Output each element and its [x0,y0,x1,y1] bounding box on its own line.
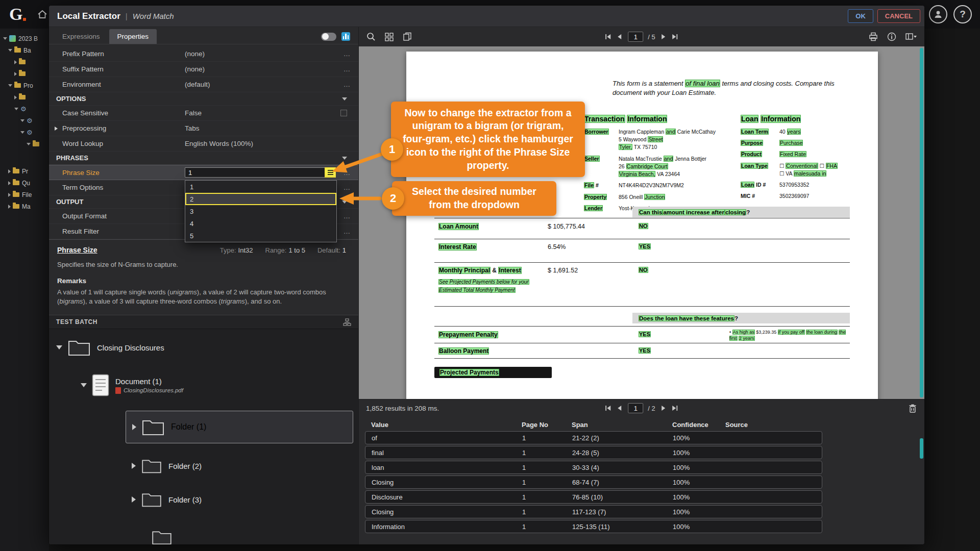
result-row[interactable]: Information1125-135 (11)100% [365,520,822,533]
help-icon[interactable]: ? [953,5,972,23]
toggle-icon[interactable] [321,33,336,41]
phrase-size-input[interactable]: 1 [185,167,336,178]
expander-icon[interactable] [14,72,17,76]
delete-results-icon[interactable] [908,404,917,413]
expander-icon[interactable] [8,49,12,52]
expander-icon[interactable] [132,424,136,430]
property-row-prefix-pattern[interactable]: Prefix Pattern (none) … [49,46,358,62]
tree-item[interactable] [0,115,49,127]
tree-item[interactable]: Pr [0,165,49,177]
batch-folder-item-partial[interactable] [151,525,358,544]
section-phrases[interactable]: PHRASES [49,152,358,165]
dropdown-option-5[interactable]: 5 [185,230,336,242]
dropdown-option-3[interactable]: 3 [185,205,336,217]
ellipsis-button[interactable]: … [336,50,358,58]
property-row-case-sensitive[interactable]: Case Sensitive False [49,106,358,121]
tree-item[interactable]: Ma [0,201,49,212]
first-page-icon[interactable] [604,33,611,40]
batch-root-item[interactable]: Closing Disclosures [56,336,358,359]
diagnostics-icon[interactable] [341,32,350,41]
result-row[interactable]: Closing168-74 (7)100% [365,475,822,489]
batch-hierarchy-icon[interactable] [343,318,351,326]
result-row[interactable]: of121-22 (2)100% [365,431,822,444]
expander-icon[interactable] [8,169,11,173]
expander-icon[interactable] [14,108,18,110]
tree-item[interactable] [0,138,49,150]
tree-item[interactable] [0,56,49,68]
first-page-icon[interactable] [604,405,611,412]
viewer-scrollbar[interactable] [920,48,923,397]
tree-item[interactable]: Qu [0,177,49,189]
expander-icon[interactable] [27,143,31,145]
home-icon[interactable] [37,9,48,20]
expander-icon[interactable] [8,205,11,209]
cancel-button[interactable]: CANCEL [877,9,920,23]
batch-folder-item[interactable]: Folder (2) [132,454,358,478]
ellipsis-button[interactable]: … [336,228,358,235]
batch-document-item[interactable]: Document (1) ClosingDisclosures.pdf [81,371,358,399]
expander-icon[interactable] [81,383,87,387]
document-viewport[interactable]: This form is a statement of final loan t… [359,46,924,399]
batch-folder-item[interactable]: Folder (3) [132,487,358,512]
ellipsis-button[interactable]: … [336,65,358,73]
expander-icon[interactable] [55,127,58,131]
collapse-chevron-icon[interactable] [342,97,347,101]
tree-item[interactable] [0,68,49,80]
collapse-chevron-icon[interactable] [342,157,347,160]
expander-icon[interactable] [8,84,12,87]
prev-page-icon[interactable] [616,33,623,40]
pages-icon[interactable] [402,32,412,42]
ellipsis-button[interactable]: … [336,184,358,191]
tab-properties[interactable]: Properties [109,29,157,44]
expander-icon[interactable] [3,37,7,40]
results-page-input[interactable] [628,403,643,413]
tab-expressions[interactable]: Expressions [54,29,108,44]
result-row[interactable]: loan130-33 (4)100% [365,461,822,474]
result-row[interactable]: final124-28 (5)100% [365,446,822,459]
last-page-icon[interactable] [672,405,679,412]
hamburger-icon[interactable] [326,168,335,177]
expander-icon[interactable] [14,60,17,64]
expander-icon[interactable] [20,119,24,122]
expander-icon[interactable] [56,345,62,349]
result-row[interactable]: Disclosure176-85 (10)100% [365,490,822,504]
property-row-word-lookup[interactable]: Word Lookup English Words (100%) [49,136,358,152]
checkbox-icon[interactable] [340,110,347,116]
info-icon[interactable] [887,32,897,42]
result-row[interactable]: Closing1117-123 (7)100% [365,505,822,518]
property-row-phrase-size[interactable]: Phrase Size 1 … [49,165,358,180]
next-page-icon[interactable] [660,405,667,412]
expander-icon[interactable] [8,181,11,185]
account-icon[interactable] [929,5,947,23]
ok-button[interactable]: OK [848,9,873,23]
ellipsis-button[interactable]: … [336,169,358,177]
page-number-input[interactable] [628,32,643,42]
section-options[interactable]: OPTIONS [49,92,358,106]
tree-item[interactable]: Ba [0,44,49,56]
property-row-suffix-pattern[interactable]: Suffix Pattern (none) … [49,62,358,77]
last-page-icon[interactable] [672,33,679,40]
tree-item[interactable] [0,127,49,138]
prev-page-icon[interactable] [616,405,623,412]
tree-item[interactable] [0,91,49,103]
batch-folder-item-selected[interactable]: Folder (1) [126,411,353,443]
expander-icon[interactable] [8,193,11,197]
results-scrollbar[interactable] [920,438,923,459]
ellipsis-button[interactable]: … [336,212,358,220]
next-page-icon[interactable] [660,33,667,40]
tree-item[interactable] [0,103,49,115]
dropdown-option-2[interactable]: 2 [185,193,336,205]
dropdown-option-4[interactable]: 4 [185,217,336,230]
ellipsis-button[interactable]: … [336,81,358,88]
expander-icon[interactable] [132,463,136,469]
property-row-environment[interactable]: Environment (default) … [49,77,358,92]
thumbnail-grid-icon[interactable] [384,32,394,42]
zoom-icon[interactable] [366,32,376,42]
expander-icon[interactable] [14,95,17,99]
print-icon[interactable] [868,32,878,42]
collapse-chevron-icon[interactable] [342,201,347,204]
expander-icon[interactable] [20,131,24,134]
tree-item[interactable]: Pro [0,80,49,91]
tree-item[interactable]: 2023 B [0,33,49,44]
tree-item[interactable]: File [0,189,49,201]
